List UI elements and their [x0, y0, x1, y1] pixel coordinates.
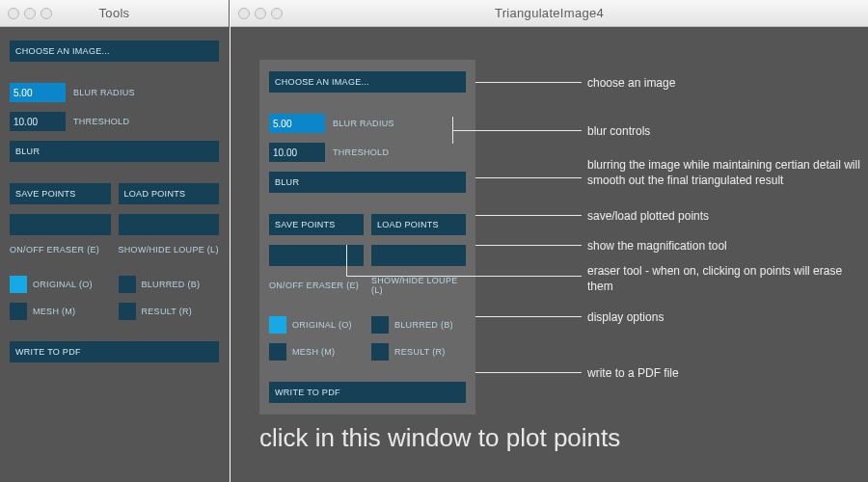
eraser-loupe-lbl-row: ON/OFF ERASER (E) SHOW/HIDE LOUPE (L)	[269, 276, 466, 295]
main-window: TriangulateImage4 CHOOSE AN IMAGE... BLU…	[231, 0, 868, 482]
save-points-button[interactable]: SAVE POINTS	[269, 214, 364, 235]
display-row-1: ORIGINAL (O) BLURRED (B)	[269, 316, 466, 334]
result-label: RESULT (R)	[142, 307, 193, 316]
blurred-checkbox[interactable]	[371, 316, 389, 334]
result-checkbox[interactable]	[371, 343, 389, 361]
eraser-button[interactable]	[10, 214, 111, 235]
eraser-label: ON/OFF ERASER (E)	[10, 245, 111, 254]
mesh-label: MESH (M)	[292, 347, 335, 357]
loupe-button[interactable]	[119, 214, 220, 235]
display-row-2: MESH (M) RESULT (R)	[10, 303, 219, 320]
ann-display: display options	[587, 309, 664, 325]
save-load-row: SAVE POINTS LOAD POINTS	[10, 183, 219, 204]
blurred-label: BLURRED (B)	[394, 320, 453, 330]
ann-loupe: show the magnification tool	[587, 238, 727, 254]
blur-radius-input[interactable]	[269, 114, 325, 133]
blur-button[interactable]: BLUR	[269, 172, 466, 193]
original-label: ORIGINAL (O)	[292, 320, 352, 330]
ann-blur-desc: blurring the image while maintaining cer…	[587, 157, 868, 188]
loupe-label: SHOW/HIDE LOUPE (L)	[371, 276, 466, 295]
threshold-field: THRESHOLD	[269, 143, 466, 162]
blur-radius-input[interactable]	[10, 83, 66, 102]
tools-body: CHOOSE AN IMAGE... BLUR RADIUS THRESHOLD…	[0, 27, 229, 482]
threshold-input[interactable]	[10, 112, 66, 131]
leader-line	[475, 82, 582, 83]
display-row-1: ORIGINAL (O) BLURRED (B)	[10, 276, 219, 293]
tools-titlebar: Tools	[0, 0, 229, 27]
threshold-input[interactable]	[269, 143, 325, 162]
main-body[interactable]: CHOOSE AN IMAGE... BLUR RADIUS THRESHOLD…	[231, 27, 868, 482]
save-load-row: SAVE POINTS LOAD POINTS	[269, 214, 466, 235]
blur-radius-field: BLUR RADIUS	[269, 114, 466, 133]
eraser-loupe-btn-row	[269, 245, 466, 266]
loupe-button[interactable]	[371, 245, 466, 266]
inner-panel: CHOOSE AN IMAGE... BLUR RADIUS THRESHOLD…	[259, 60, 475, 415]
write-pdf-button[interactable]: WRITE TO PDF	[10, 341, 219, 362]
ann-blur-controls: blur controls	[587, 123, 650, 139]
original-checkbox[interactable]	[10, 276, 27, 293]
eraser-loupe-btn-row	[10, 214, 219, 235]
threshold-label: THRESHOLD	[333, 147, 389, 157]
blur-radius-label: BLUR RADIUS	[73, 88, 135, 97]
choose-image-button[interactable]: CHOOSE AN IMAGE...	[269, 71, 466, 93]
tools-title: Tools	[0, 6, 229, 20]
mesh-checkbox[interactable]	[269, 343, 286, 361]
result-checkbox[interactable]	[119, 303, 136, 320]
blur-radius-field: BLUR RADIUS	[10, 83, 219, 102]
eraser-label: ON/OFF ERASER (E)	[269, 281, 364, 290]
result-label: RESULT (R)	[394, 347, 446, 357]
leader-line	[475, 316, 582, 317]
leader-line	[475, 372, 582, 373]
blurred-label: BLURRED (B)	[142, 280, 201, 289]
leader-line	[475, 245, 582, 246]
blurred-checkbox[interactable]	[119, 276, 136, 293]
original-label: ORIGINAL (O)	[33, 280, 93, 289]
eraser-button[interactable]	[269, 245, 364, 266]
ann-choose: choose an image	[587, 75, 675, 91]
mesh-checkbox[interactable]	[10, 303, 27, 320]
save-points-button[interactable]: SAVE POINTS	[10, 183, 111, 204]
threshold-label: THRESHOLD	[73, 117, 129, 126]
leader-line	[346, 245, 347, 276]
blur-radius-label: BLUR RADIUS	[333, 119, 394, 128]
loupe-label: SHOW/HIDE LOUPE (L)	[119, 245, 220, 254]
mesh-label: MESH (M)	[33, 307, 75, 316]
main-title: TriangulateImage4	[231, 6, 868, 20]
ann-pdf: write to a PDF file	[587, 365, 679, 381]
ann-eraser: eraser tool - when on, clicking on point…	[587, 263, 868, 294]
original-checkbox[interactable]	[269, 316, 286, 334]
instruction-text: click in this window to plot points	[259, 423, 620, 453]
tools-window: Tools CHOOSE AN IMAGE... BLUR RADIUS THR…	[0, 0, 230, 482]
blur-button[interactable]: BLUR	[10, 141, 219, 162]
ann-save-load: save/load plotted points	[587, 208, 709, 224]
leader-line	[346, 276, 582, 277]
leader-line	[475, 177, 582, 178]
load-points-button[interactable]: LOAD POINTS	[371, 214, 466, 235]
threshold-field: THRESHOLD	[10, 112, 219, 131]
display-row-2: MESH (M) RESULT (R)	[269, 343, 466, 361]
choose-image-button[interactable]: CHOOSE AN IMAGE...	[10, 40, 219, 62]
write-pdf-button[interactable]: WRITE TO PDF	[269, 382, 466, 403]
main-titlebar: TriangulateImage4	[231, 0, 868, 27]
leader-line	[475, 215, 582, 216]
eraser-loupe-lbl-row: ON/OFF ERASER (E) SHOW/HIDE LOUPE (L)	[10, 245, 219, 254]
load-points-button[interactable]: LOAD POINTS	[119, 183, 220, 204]
leader-line	[452, 130, 582, 131]
